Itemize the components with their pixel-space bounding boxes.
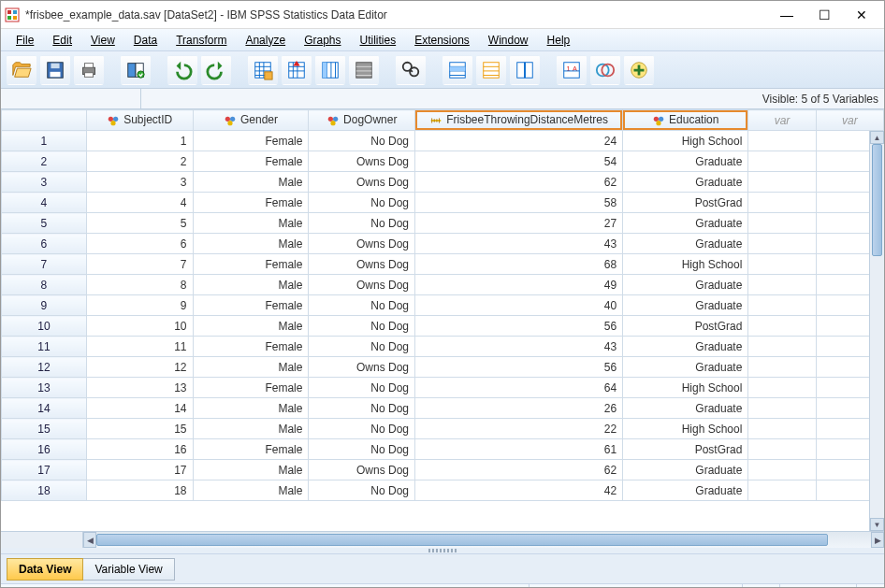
cell[interactable]: [748, 275, 816, 295]
cell[interactable]: High School: [623, 419, 748, 439]
goto-case-button[interactable]: [248, 55, 278, 85]
cell-editor[interactable]: [1, 89, 141, 108]
cell[interactable]: Male: [193, 419, 309, 439]
cell[interactable]: Male: [193, 398, 309, 419]
cell[interactable]: PostGrad: [623, 316, 748, 337]
cell[interactable]: Graduate: [623, 398, 748, 419]
split-file-button[interactable]: [510, 55, 540, 85]
cell[interactable]: Male: [193, 480, 309, 501]
cell[interactable]: No Dog: [309, 193, 415, 213]
scroll-thumb-h[interactable]: [96, 534, 828, 546]
cell[interactable]: [748, 337, 816, 357]
cell[interactable]: Graduate: [623, 295, 748, 316]
cell[interactable]: 68: [415, 254, 623, 275]
cell[interactable]: Graduate: [623, 337, 748, 357]
cell[interactable]: [748, 151, 816, 172]
cell[interactable]: 3: [86, 172, 193, 193]
col-header-gender[interactable]: Gender: [193, 110, 309, 131]
cell[interactable]: Male: [193, 275, 309, 295]
run-descriptives-button[interactable]: [349, 55, 379, 85]
cell[interactable]: [748, 316, 816, 337]
open-button[interactable]: [7, 55, 36, 85]
scroll-up-icon[interactable]: ▲: [870, 131, 884, 144]
cell[interactable]: 7: [86, 254, 193, 275]
cell[interactable]: 64: [415, 378, 623, 398]
print-button[interactable]: [74, 55, 104, 85]
cell[interactable]: Graduate: [623, 480, 748, 501]
cell[interactable]: [748, 357, 816, 378]
cell[interactable]: No Dog: [309, 131, 415, 151]
cell[interactable]: [748, 254, 816, 275]
variables-button[interactable]: [315, 55, 345, 85]
cell[interactable]: No Dog: [309, 295, 415, 316]
cell[interactable]: [748, 295, 816, 316]
cell[interactable]: No Dog: [309, 398, 415, 419]
row-header[interactable]: 6: [2, 234, 87, 254]
cell[interactable]: Graduate: [623, 213, 748, 234]
cell[interactable]: [748, 480, 816, 501]
row-header[interactable]: 8: [2, 275, 87, 295]
row-header[interactable]: 15: [2, 419, 87, 439]
row-header[interactable]: 11: [2, 337, 87, 357]
corner-cell[interactable]: [2, 110, 87, 131]
cell[interactable]: Male: [193, 316, 309, 337]
cell[interactable]: High School: [623, 378, 748, 398]
row-header[interactable]: 7: [2, 254, 87, 275]
menu-edit[interactable]: Edit: [43, 32, 81, 49]
scroll-thumb[interactable]: [872, 144, 882, 256]
cell[interactable]: Owns Dog: [309, 172, 415, 193]
menu-file[interactable]: File: [7, 32, 43, 49]
cell[interactable]: Graduate: [623, 151, 748, 172]
cell[interactable]: 43: [415, 234, 623, 254]
cell[interactable]: 22: [415, 419, 623, 439]
vertical-scrollbar[interactable]: ▲ ▼: [869, 131, 884, 531]
scroll-left-icon[interactable]: ◀: [83, 532, 96, 548]
menu-data[interactable]: Data: [124, 32, 167, 49]
cell[interactable]: Owns Dog: [309, 234, 415, 254]
tab-variable-view[interactable]: Variable View: [83, 558, 174, 581]
cell[interactable]: High School: [623, 254, 748, 275]
cell[interactable]: 17: [86, 460, 193, 480]
cell[interactable]: Female: [193, 254, 309, 275]
row-header[interactable]: 17: [2, 460, 87, 480]
cell[interactable]: Owns Dog: [309, 275, 415, 295]
cell[interactable]: No Dog: [309, 337, 415, 357]
undo-button[interactable]: [167, 55, 197, 85]
cell[interactable]: [748, 131, 816, 151]
maximize-button[interactable]: ☐: [805, 2, 843, 28]
row-header[interactable]: 2: [2, 151, 87, 172]
cell[interactable]: Graduate: [623, 172, 748, 193]
row-header[interactable]: 12: [2, 357, 87, 378]
cell[interactable]: Owns Dog: [309, 254, 415, 275]
cell[interactable]: [748, 193, 816, 213]
cell[interactable]: Owns Dog: [309, 151, 415, 172]
cell[interactable]: Female: [193, 151, 309, 172]
cell[interactable]: 4: [86, 193, 193, 213]
cell[interactable]: [748, 172, 816, 193]
cell[interactable]: Graduate: [623, 460, 748, 480]
data-grid[interactable]: SubjectID Gender DogOwner FrisbeeThrowin…: [1, 109, 884, 531]
minimize-button[interactable]: —: [768, 2, 805, 28]
menu-extensions[interactable]: Extensions: [405, 32, 479, 49]
cell[interactable]: 1: [86, 131, 193, 151]
row-header[interactable]: 4: [2, 193, 87, 213]
save-button[interactable]: [40, 55, 70, 85]
cell[interactable]: No Dog: [309, 213, 415, 234]
cell[interactable]: Graduate: [623, 275, 748, 295]
cell[interactable]: [748, 398, 816, 419]
cell[interactable]: 62: [415, 460, 623, 480]
cell[interactable]: Female: [193, 193, 309, 213]
cell[interactable]: 6: [86, 234, 193, 254]
row-header[interactable]: 18: [2, 480, 87, 501]
cell[interactable]: 5: [86, 213, 193, 234]
cell[interactable]: 26: [415, 398, 623, 419]
row-header[interactable]: 16: [2, 439, 87, 460]
cell[interactable]: 18: [86, 480, 193, 501]
cell[interactable]: 14: [86, 398, 193, 419]
cell[interactable]: Male: [193, 172, 309, 193]
cell[interactable]: No Dog: [309, 316, 415, 337]
tab-data-view[interactable]: Data View: [7, 558, 83, 581]
cell[interactable]: No Dog: [309, 480, 415, 501]
row-header[interactable]: 9: [2, 295, 87, 316]
cell[interactable]: No Dog: [309, 419, 415, 439]
